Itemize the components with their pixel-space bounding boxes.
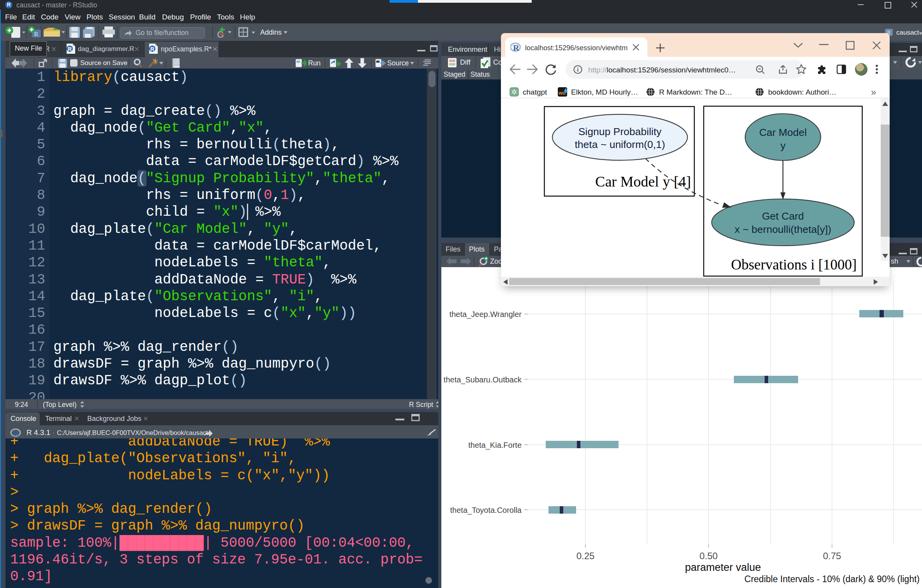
svg-text:theta_Subaru.Outback: theta_Subaru.Outback [444,375,522,384]
svg-text:Get Card: Get Card [762,210,804,222]
svg-text:Observations i [1000]: Observations i [1000] [731,257,857,273]
svg-text:R: R [150,46,154,52]
svg-text:0.50: 0.50 [700,551,718,561]
svg-text:parameter value: parameter value [685,562,761,573]
svg-text:Credible Intervals - 10% (dark: Credible Intervals - 10% (dark) & 90% (l… [744,574,920,584]
svg-text:theta_Kia.Forte: theta_Kia.Forte [468,441,522,450]
svg-text:0.75: 0.75 [823,551,841,561]
svg-text:x ~ bernoulli(theta[y]): x ~ bernoulli(theta[y]) [735,224,831,235]
svg-text:R: R [513,43,520,52]
svg-text:R: R [34,30,39,38]
svg-text:theta_Jeep.Wrangler: theta_Jeep.Wrangler [450,310,522,319]
svg-text:0.25: 0.25 [576,551,595,561]
svg-text:Car Model: Car Model [759,127,807,138]
svg-text:theta ~ uniform(0,1): theta ~ uniform(0,1) [575,139,665,150]
svg-text:Signup Probability: Signup Probability [578,126,662,137]
svg-text:theta_Toyota.Corolla: theta_Toyota.Corolla [450,506,522,515]
svg-text:R: R [14,429,19,437]
svg-text:y: y [780,140,786,151]
svg-text:R: R [68,46,72,52]
svg-text:Car Model y [4]: Car Model y [4] [595,173,691,190]
